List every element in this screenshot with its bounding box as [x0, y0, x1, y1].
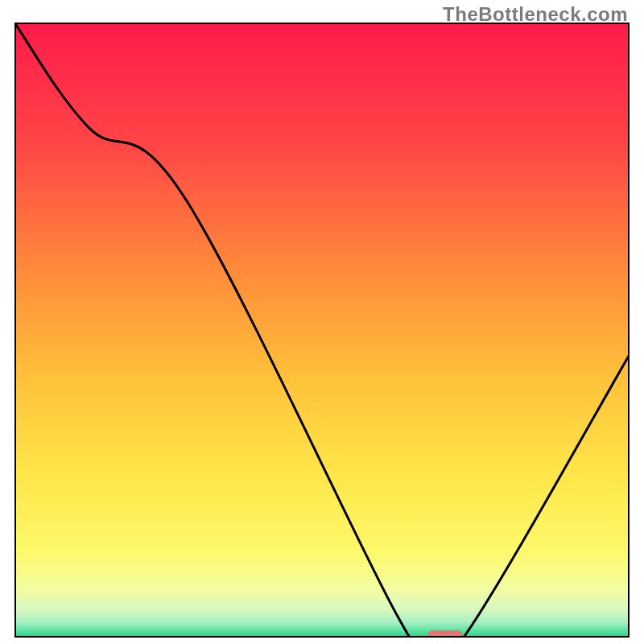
- chart-frame: [14, 23, 630, 638]
- bottleneck-chart: [14, 23, 630, 638]
- chart-background: [14, 23, 630, 638]
